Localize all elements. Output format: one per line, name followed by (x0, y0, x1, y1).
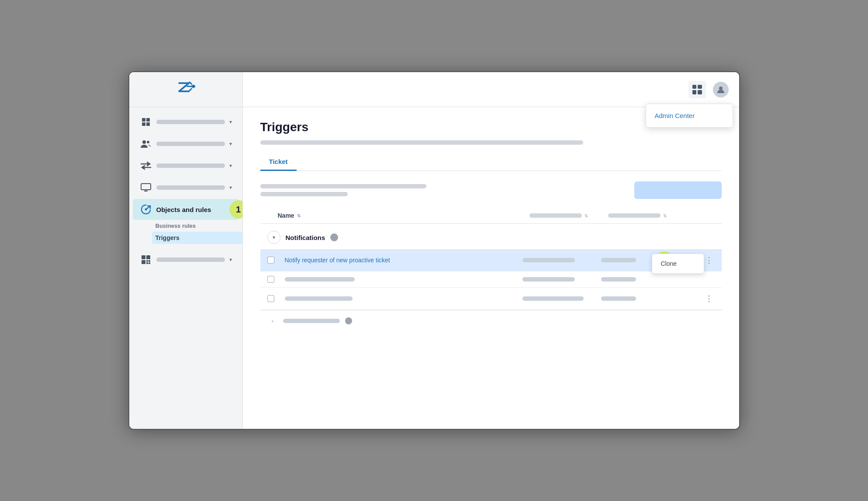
expand-group-button[interactable]: › (267, 316, 278, 326)
sidebar-label-bar (156, 257, 225, 262)
row-right-cell (601, 277, 697, 282)
right-sort-icon[interactable]: ⇅ (663, 213, 667, 218)
row-mid-cell (522, 258, 601, 262)
mid-sort-icon[interactable]: ⇅ (584, 213, 588, 218)
row-mid-cell (522, 277, 601, 282)
chevron-down-icon: ▾ (229, 119, 232, 125)
svg-rect-23 (149, 262, 150, 264)
sidebar-label-bar (156, 120, 225, 124)
table-header: Name ⇅ ⇅ ⇅ (260, 208, 722, 224)
svg-rect-17 (142, 255, 145, 259)
row-mid-cell (522, 296, 601, 301)
loading-bar (260, 140, 583, 145)
header-right-col: ⇅ (608, 213, 704, 218)
svg-point-3 (719, 87, 723, 90)
row-name (285, 277, 522, 282)
collapsed-group-row[interactable]: › (260, 310, 722, 331)
svg-rect-21 (149, 260, 150, 262)
chevron-down-icon: ▾ (229, 163, 232, 169)
row-checkbox[interactable] (267, 257, 285, 264)
sidebar-label-bar (156, 142, 225, 146)
user-avatar-button[interactable] (713, 82, 729, 97)
monitor-icon (140, 181, 152, 194)
admin-center-link[interactable]: Admin Center (646, 108, 733, 124)
tab-ticket[interactable]: Ticket (260, 153, 297, 171)
user-silhouette-icon (716, 85, 725, 94)
grid-menu-button[interactable] (688, 81, 706, 98)
row-right-bar (601, 277, 636, 282)
trigger-link[interactable]: Notify requester of new proactive ticket (285, 257, 390, 264)
objects-rules-icon (140, 203, 152, 216)
grid-icon (692, 85, 702, 94)
row-right-bar (601, 296, 636, 301)
svg-rect-22 (146, 262, 148, 264)
svg-rect-5 (146, 118, 150, 122)
chevron-down-icon: ▾ (229, 184, 232, 191)
row-checkbox[interactable] (267, 295, 285, 302)
sidebar-item-apps[interactable]: ▾ (133, 249, 239, 270)
row-actions-menu-button[interactable]: ⋮ (703, 292, 715, 305)
sidebar-label-bar (156, 185, 225, 190)
group-label: Notifications (286, 234, 325, 241)
clone-menu-item[interactable]: Clone (652, 256, 704, 271)
top-bar: Admin Center (129, 72, 739, 107)
svg-point-16 (145, 209, 147, 211)
svg-rect-4 (142, 118, 145, 122)
toolbar (260, 181, 722, 199)
sidebar-item-objects-rules[interactable]: Objects and rules 1 (133, 199, 239, 220)
toolbar-bar-long (260, 184, 426, 188)
row-actions: ⋮ (697, 292, 715, 305)
checkbox-input[interactable] (267, 257, 274, 264)
sidebar-section-business-rules: Business rules (152, 221, 242, 231)
sidebar-item-devices[interactable]: ▾ (133, 177, 239, 198)
main-content: Triggers Ticket Name ⇅ (243, 107, 739, 429)
checkbox-input[interactable] (267, 295, 274, 302)
sidebar-objects-rules-label: Objects and rules (156, 206, 211, 213)
sidebar-sub-item-triggers[interactable]: Triggers (152, 232, 242, 244)
row-name-bar (285, 296, 353, 301)
building-icon (140, 116, 152, 128)
row-mid-bar (522, 296, 584, 301)
step-badge-1: 1 (229, 200, 243, 219)
sidebar-item-workspaces[interactable]: ▾ (133, 111, 239, 132)
svg-rect-7 (146, 122, 150, 126)
row-checkbox[interactable] (267, 276, 285, 283)
toolbar-left (260, 184, 426, 196)
right-col-bar (608, 213, 661, 218)
name-col-label: Name (278, 212, 294, 219)
toolbar-bar-short (260, 192, 348, 196)
sidebar-label-bar (156, 164, 225, 168)
notifications-group-header[interactable]: ▾ Notifications (260, 226, 722, 249)
row-right-cell (601, 296, 697, 301)
svg-rect-20 (146, 260, 148, 262)
row-mid-bar (522, 258, 575, 262)
table-row (260, 271, 722, 288)
svg-rect-6 (142, 122, 145, 126)
svg-line-2 (190, 88, 192, 90)
main-layout: ▾ ▾ (129, 107, 739, 429)
toolbar-action-button[interactable] (634, 181, 722, 199)
mid-col-bar (529, 213, 582, 218)
checkbox-input[interactable] (267, 276, 274, 283)
group-collapse-button[interactable]: ▾ (267, 231, 280, 244)
row-actions-menu-button[interactable]: ⋮ (703, 254, 715, 267)
sidebar-item-channels[interactable]: ▾ (133, 155, 239, 176)
svg-rect-12 (141, 184, 151, 190)
svg-point-9 (147, 141, 149, 143)
header-mid-col: ⇅ (529, 213, 608, 218)
sort-icon[interactable]: ⇅ (297, 213, 301, 218)
sidebar: ▾ ▾ (129, 107, 243, 429)
admin-center-dropdown: Admin Center (646, 104, 733, 128)
people-icon (140, 138, 152, 150)
row-right-bar (601, 258, 636, 262)
collapsed-group-bar (283, 319, 340, 323)
tabs-bar: Ticket (260, 153, 722, 171)
logo-area (129, 72, 243, 107)
row-name: Notify requester of new proactive ticket (285, 257, 522, 264)
row-name (285, 296, 522, 301)
svg-rect-18 (146, 255, 150, 259)
apps-icon (140, 254, 152, 266)
arrows-icon (140, 160, 152, 172)
sidebar-item-people[interactable]: ▾ (133, 133, 239, 154)
svg-line-1 (190, 82, 192, 84)
